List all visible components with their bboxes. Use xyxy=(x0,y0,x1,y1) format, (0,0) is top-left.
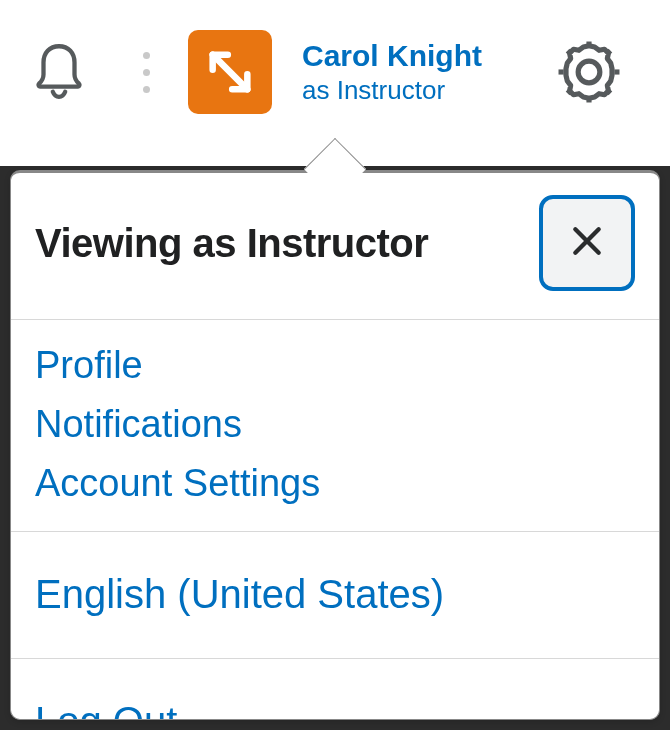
menu-section-account: Profile Notifications Account Settings xyxy=(11,320,659,532)
role-switch-icon[interactable] xyxy=(188,30,272,114)
gear-icon[interactable] xyxy=(558,41,620,103)
close-icon xyxy=(567,221,607,265)
menu-section-language: English (United States) xyxy=(11,532,659,659)
more-vertical-icon[interactable] xyxy=(138,52,154,93)
svg-point-0 xyxy=(578,61,600,83)
user-block[interactable]: Carol Knight as Instructor xyxy=(302,39,482,105)
menu-item-notifications[interactable]: Notifications xyxy=(35,395,635,454)
menu-section-logout: Log Out xyxy=(11,659,659,720)
menu-item-account-settings[interactable]: Account Settings xyxy=(35,454,635,513)
user-name: Carol Knight xyxy=(302,39,482,72)
menu-item-profile[interactable]: Profile xyxy=(35,336,635,395)
user-role-line: as Instructor xyxy=(302,76,482,105)
bell-icon[interactable] xyxy=(30,41,88,103)
user-popover: Viewing as Instructor Profile Notificati… xyxy=(10,170,660,720)
close-button[interactable] xyxy=(539,195,635,291)
menu-item-logout[interactable]: Log Out xyxy=(35,675,635,720)
menu-item-language[interactable]: English (United States) xyxy=(35,548,635,640)
top-bar: Carol Knight as Instructor xyxy=(0,0,670,144)
popover-title: Viewing as Instructor xyxy=(35,221,428,266)
